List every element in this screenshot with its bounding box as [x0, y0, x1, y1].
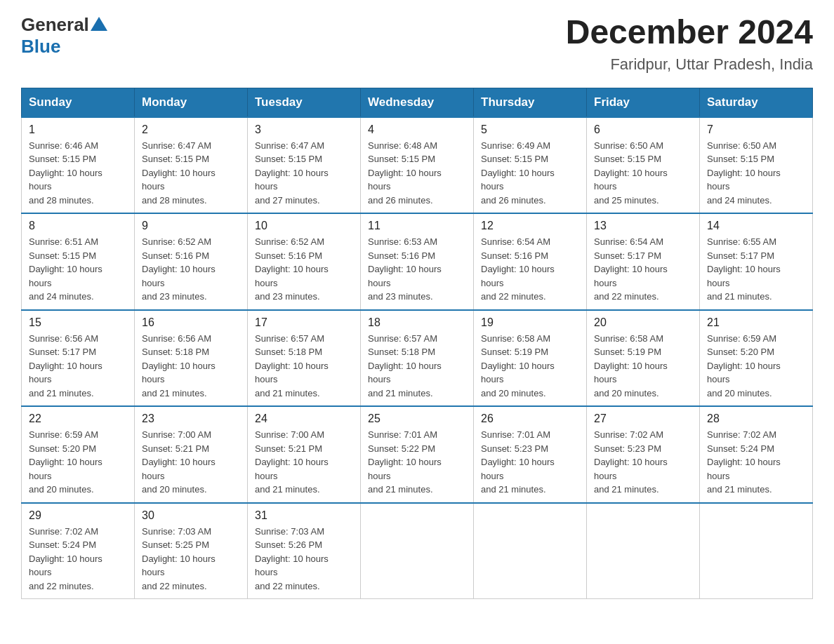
calendar-cell: 25Sunrise: 7:01 AMSunset: 5:22 PMDayligh…: [361, 406, 474, 503]
day-number: 2: [142, 123, 240, 136]
calendar-cell: 28Sunrise: 7:02 AMSunset: 5:24 PMDayligh…: [700, 406, 813, 503]
day-number: 11: [368, 220, 466, 232]
header-wednesday: Wednesday: [361, 88, 474, 117]
day-info: Sunrise: 6:58 AMSunset: 5:19 PMDaylight:…: [481, 332, 579, 401]
calendar-cell: 12Sunrise: 6:54 AMSunset: 5:16 PMDayligh…: [474, 213, 587, 310]
calendar-cell: 9Sunrise: 6:52 AMSunset: 5:16 PMDaylight…: [135, 213, 248, 310]
day-number: 22: [29, 412, 127, 425]
calendar-cell: 18Sunrise: 6:57 AMSunset: 5:18 PMDayligh…: [361, 310, 474, 407]
day-info: Sunrise: 6:49 AMSunset: 5:15 PMDaylight:…: [481, 139, 579, 208]
logo-blue-text: Blue: [21, 36, 60, 58]
calendar-cell: [700, 503, 813, 599]
calendar-week-5: 29Sunrise: 7:02 AMSunset: 5:24 PMDayligh…: [22, 503, 813, 599]
calendar-cell: 24Sunrise: 7:00 AMSunset: 5:21 PMDayligh…: [248, 406, 361, 503]
day-info: Sunrise: 6:51 AMSunset: 5:15 PMDaylight:…: [29, 235, 127, 304]
calendar-cell: 20Sunrise: 6:58 AMSunset: 5:19 PMDayligh…: [587, 310, 700, 407]
calendar-cell: 1Sunrise: 6:46 AMSunset: 5:15 PMDaylight…: [22, 117, 135, 214]
calendar-cell: 16Sunrise: 6:56 AMSunset: 5:18 PMDayligh…: [135, 310, 248, 407]
day-info: Sunrise: 6:53 AMSunset: 5:16 PMDaylight:…: [368, 235, 466, 304]
day-info: Sunrise: 6:52 AMSunset: 5:16 PMDaylight:…: [142, 235, 240, 304]
header-tuesday: Tuesday: [248, 88, 361, 117]
day-info: Sunrise: 6:59 AMSunset: 5:20 PMDaylight:…: [29, 428, 127, 497]
day-number: 15: [29, 316, 127, 329]
day-number: 10: [255, 220, 353, 232]
page-header: General Blue December 2024 Faridpur, Utt…: [21, 14, 813, 74]
calendar-cell: 27Sunrise: 7:02 AMSunset: 5:23 PMDayligh…: [587, 406, 700, 503]
day-info: Sunrise: 6:50 AMSunset: 5:15 PMDaylight:…: [707, 139, 805, 208]
day-info: Sunrise: 6:58 AMSunset: 5:19 PMDaylight:…: [594, 332, 692, 401]
logo: General Blue: [21, 14, 107, 58]
calendar-cell: 15Sunrise: 6:56 AMSunset: 5:17 PMDayligh…: [22, 310, 135, 407]
calendar-table: Sunday Monday Tuesday Wednesday Thursday…: [21, 88, 813, 600]
day-info: Sunrise: 6:57 AMSunset: 5:18 PMDaylight:…: [255, 332, 353, 401]
calendar-cell: [474, 503, 587, 599]
calendar-header-row: Sunday Monday Tuesday Wednesday Thursday…: [22, 88, 813, 117]
day-number: 1: [29, 123, 127, 136]
calendar-cell: [587, 503, 700, 599]
calendar-cell: 31Sunrise: 7:03 AMSunset: 5:26 PMDayligh…: [248, 503, 361, 599]
calendar-cell: 14Sunrise: 6:55 AMSunset: 5:17 PMDayligh…: [700, 213, 813, 310]
day-number: 8: [29, 220, 127, 232]
day-info: Sunrise: 6:47 AMSunset: 5:15 PMDaylight:…: [142, 139, 240, 208]
day-info: Sunrise: 6:59 AMSunset: 5:20 PMDaylight:…: [707, 332, 805, 401]
day-info: Sunrise: 7:00 AMSunset: 5:21 PMDaylight:…: [255, 428, 353, 497]
day-number: 29: [29, 509, 127, 522]
day-number: 7: [707, 123, 805, 136]
day-number: 16: [142, 316, 240, 329]
calendar-cell: 2Sunrise: 6:47 AMSunset: 5:15 PMDaylight…: [135, 117, 248, 214]
logo-general-text: General: [21, 14, 89, 36]
calendar-cell: 22Sunrise: 6:59 AMSunset: 5:20 PMDayligh…: [22, 406, 135, 503]
day-info: Sunrise: 6:48 AMSunset: 5:15 PMDaylight:…: [368, 139, 466, 208]
day-number: 24: [255, 412, 353, 425]
calendar-cell: 11Sunrise: 6:53 AMSunset: 5:16 PMDayligh…: [361, 213, 474, 310]
calendar-cell: 7Sunrise: 6:50 AMSunset: 5:15 PMDaylight…: [700, 117, 813, 214]
calendar-cell: 4Sunrise: 6:48 AMSunset: 5:15 PMDaylight…: [361, 117, 474, 214]
header-monday: Monday: [135, 88, 248, 117]
calendar-cell: 3Sunrise: 6:47 AMSunset: 5:15 PMDaylight…: [248, 117, 361, 214]
calendar-week-2: 8Sunrise: 6:51 AMSunset: 5:15 PMDaylight…: [22, 213, 813, 310]
day-number: 18: [368, 316, 466, 329]
day-info: Sunrise: 7:02 AMSunset: 5:24 PMDaylight:…: [29, 525, 127, 593]
calendar-cell: 30Sunrise: 7:03 AMSunset: 5:25 PMDayligh…: [135, 503, 248, 599]
day-info: Sunrise: 6:54 AMSunset: 5:17 PMDaylight:…: [594, 235, 692, 304]
calendar-cell: 19Sunrise: 6:58 AMSunset: 5:19 PMDayligh…: [474, 310, 587, 407]
day-info: Sunrise: 6:56 AMSunset: 5:17 PMDaylight:…: [29, 332, 127, 401]
calendar-cell: 21Sunrise: 6:59 AMSunset: 5:20 PMDayligh…: [700, 310, 813, 407]
header-saturday: Saturday: [700, 88, 813, 117]
calendar-cell: 23Sunrise: 7:00 AMSunset: 5:21 PMDayligh…: [135, 406, 248, 503]
day-number: 26: [481, 412, 579, 425]
day-info: Sunrise: 6:52 AMSunset: 5:16 PMDaylight:…: [255, 235, 353, 304]
day-number: 6: [594, 123, 692, 136]
day-number: 17: [255, 316, 353, 329]
logo-triangle-icon: [91, 17, 107, 31]
day-info: Sunrise: 7:01 AMSunset: 5:22 PMDaylight:…: [368, 428, 466, 497]
calendar-subtitle: Faridpur, Uttar Pradesh, India: [566, 55, 813, 74]
day-info: Sunrise: 6:56 AMSunset: 5:18 PMDaylight:…: [142, 332, 240, 401]
day-info: Sunrise: 6:46 AMSunset: 5:15 PMDaylight:…: [29, 139, 127, 208]
day-number: 5: [481, 123, 579, 136]
day-number: 12: [481, 220, 579, 232]
calendar-cell: 17Sunrise: 6:57 AMSunset: 5:18 PMDayligh…: [248, 310, 361, 407]
day-info: Sunrise: 7:01 AMSunset: 5:23 PMDaylight:…: [481, 428, 579, 497]
calendar-cell: 29Sunrise: 7:02 AMSunset: 5:24 PMDayligh…: [22, 503, 135, 599]
calendar-cell: 13Sunrise: 6:54 AMSunset: 5:17 PMDayligh…: [587, 213, 700, 310]
day-number: 19: [481, 316, 579, 329]
day-info: Sunrise: 7:00 AMSunset: 5:21 PMDaylight:…: [142, 428, 240, 497]
day-info: Sunrise: 7:02 AMSunset: 5:24 PMDaylight:…: [707, 428, 805, 497]
day-number: 21: [707, 316, 805, 329]
calendar-cell: 5Sunrise: 6:49 AMSunset: 5:15 PMDaylight…: [474, 117, 587, 214]
day-info: Sunrise: 6:54 AMSunset: 5:16 PMDaylight:…: [481, 235, 579, 304]
day-number: 3: [255, 123, 353, 136]
calendar-cell: [361, 503, 474, 599]
day-number: 25: [368, 412, 466, 425]
day-info: Sunrise: 7:02 AMSunset: 5:23 PMDaylight:…: [594, 428, 692, 497]
day-number: 28: [707, 412, 805, 425]
day-number: 20: [594, 316, 692, 329]
day-info: Sunrise: 7:03 AMSunset: 5:26 PMDaylight:…: [255, 525, 353, 593]
day-number: 9: [142, 220, 240, 232]
day-number: 4: [368, 123, 466, 136]
header-friday: Friday: [587, 88, 700, 117]
day-info: Sunrise: 6:50 AMSunset: 5:15 PMDaylight:…: [594, 139, 692, 208]
calendar-week-3: 15Sunrise: 6:56 AMSunset: 5:17 PMDayligh…: [22, 310, 813, 407]
calendar-cell: 10Sunrise: 6:52 AMSunset: 5:16 PMDayligh…: [248, 213, 361, 310]
